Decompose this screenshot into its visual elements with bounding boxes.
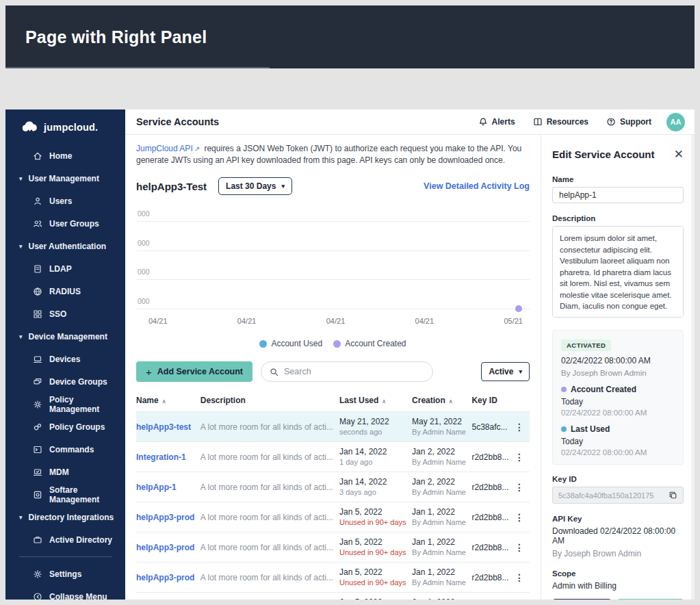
- topnav-alerts[interactable]: Alerts: [478, 117, 515, 127]
- timeline-relative: Today: [561, 397, 675, 407]
- sidebar-item-users[interactable]: Users: [5, 190, 125, 212]
- service-account-link[interactable]: Integration-1: [136, 452, 186, 462]
- service-account-link[interactable]: helpApp3-prod: [136, 513, 194, 522]
- sidebar-item-user-management[interactable]: ▾User Management: [5, 167, 125, 190]
- search-input[interactable]: [284, 367, 424, 376]
- sidebar-item-ldap[interactable]: LDAP: [5, 257, 125, 280]
- cell-key-id: r2d2bb8...: [471, 442, 514, 472]
- cell-key-id: 5c38afc...: [471, 412, 514, 442]
- chevron-down-icon: ▾: [519, 368, 522, 375]
- sidebar-item-directory-integrations[interactable]: ▾Directory Integrations: [5, 506, 125, 528]
- table-row[interactable]: helpApp3-prodA lot more room for all kin…: [136, 502, 530, 532]
- column-header-creation[interactable]: Creation∧: [412, 391, 471, 412]
- sidebar-item-user-groups[interactable]: User Groups: [5, 212, 125, 235]
- add-service-account-button[interactable]: +Add Service Account: [136, 361, 252, 382]
- sidebar-item-policy-groups[interactable]: Policy Groups: [5, 415, 125, 438]
- status-filter-dropdown[interactable]: Active▾: [481, 362, 530, 381]
- sort-caret-icon: ∧: [162, 398, 166, 404]
- timeline-date: 02/24/2022 08:00:00 AM: [561, 448, 675, 456]
- column-header-last-used[interactable]: Last Used∧: [339, 391, 412, 412]
- kebab-menu-icon[interactable]: ⋮: [515, 512, 524, 523]
- table-row[interactable]: helpApp3-testA lot more room for all kin…: [136, 412, 530, 442]
- timeline-dot: [561, 387, 567, 392]
- save-changes-button[interactable]: Save Changes: [617, 599, 684, 600]
- table-header-row: Name∧DescriptionLast Used∧Creation∧Key I…: [136, 391, 530, 412]
- legend-label: Account Used: [271, 339, 322, 348]
- sidebar-item-label: Active Directory: [49, 535, 112, 545]
- sidebar-item-device-groups[interactable]: Device Groups: [5, 370, 125, 393]
- scrollbar-track[interactable]: [691, 135, 695, 600]
- topnav-support[interactable]: Support: [606, 117, 651, 127]
- sidebar-item-radius[interactable]: RADIUS: [5, 280, 125, 302]
- key-id-field: [558, 491, 669, 500]
- cell-last-used: Jan 14, 20223 days ago: [339, 472, 412, 502]
- sidebar-item-policy-management[interactable]: Policy Management: [5, 393, 125, 415]
- sidebar-item-label: Settings: [49, 569, 81, 579]
- service-account-link[interactable]: helpApp3-test: [136, 422, 191, 432]
- view-activity-log-link[interactable]: View Detailed Activity Log: [424, 181, 530, 191]
- timeline-dot: [561, 426, 567, 432]
- table-row[interactable]: helpApp3-prodA lot more room for all kin…: [136, 593, 530, 600]
- date-range-dropdown[interactable]: Last 30 Days▾: [218, 177, 292, 195]
- cell-description: A lot more room for all kinds of acti...: [200, 502, 339, 532]
- description-field[interactable]: Lorem ipsum dolor sit amet, consectetur …: [552, 226, 684, 318]
- copy-icon[interactable]: [669, 491, 677, 500]
- cell-menu: ⋮: [515, 593, 530, 600]
- legend-dot: [259, 340, 267, 348]
- chart-x-axis: 04/2104/2104/2104/2105/21: [136, 316, 530, 325]
- table-row[interactable]: Integration-1A lot more room for all kin…: [136, 442, 530, 472]
- cell-key-id: r2d2bb8...: [471, 593, 514, 600]
- sidebar-item-mdm[interactable]: MDM: [5, 461, 125, 483]
- sidebar-item-label: Commands: [49, 445, 94, 454]
- jumpcloud-api-link[interactable]: JumpCloud API↗: [136, 144, 202, 153]
- sidebar-item-commands[interactable]: Commands: [5, 438, 125, 461]
- sidebar-item-user-authentication[interactable]: ▾User Authentication: [5, 235, 125, 257]
- user-icon: [33, 196, 42, 206]
- sidebar-item-home[interactable]: Home: [5, 144, 125, 167]
- service-account-link[interactable]: helpApp3-prod: [136, 543, 194, 552]
- avatar[interactable]: AA: [666, 113, 685, 131]
- table-row[interactable]: helpApp-1A lot more room for all kinds o…: [136, 472, 530, 502]
- cell-menu: ⋮: [515, 412, 530, 442]
- close-icon[interactable]: ✕: [674, 149, 684, 160]
- topnav-resources[interactable]: Resources: [533, 117, 588, 127]
- last-used-sub: 1 day ago: [339, 458, 406, 467]
- search-box[interactable]: [261, 361, 433, 382]
- x-tick-label: 04/21: [415, 317, 435, 325]
- page-title: Page with Right Panel: [25, 27, 207, 47]
- chevron-down-icon: ▾: [19, 333, 23, 340]
- sidebar-item-active-directory[interactable]: Active Directory: [5, 528, 125, 551]
- sidebar-item-softare-management[interactable]: Softare Management: [5, 483, 125, 506]
- kebab-menu-icon[interactable]: ⋮: [515, 572, 524, 583]
- sidebar-item-devices[interactable]: Devices: [5, 348, 125, 370]
- column-header-name[interactable]: Name∧: [136, 391, 200, 412]
- table-row[interactable]: helpApp3-prodA lot more room for all kin…: [136, 563, 530, 593]
- sidebar-item-label: Collapse Menu: [49, 592, 107, 600]
- service-account-link[interactable]: helpApp3-prod: [136, 573, 194, 582]
- kebab-menu-icon[interactable]: ⋮: [515, 452, 524, 463]
- sidebar-item-sso[interactable]: SSO: [5, 302, 125, 325]
- last-used-date: Jan 5, 2022: [339, 567, 406, 577]
- kebab-menu-icon[interactable]: ⋮: [515, 422, 524, 433]
- sidebar-item-label: Softare Management: [49, 485, 125, 504]
- jumpcloud-logo[interactable]: jumpcloud.: [5, 118, 125, 140]
- legend-account-created: Account Created: [333, 339, 406, 348]
- kebab-menu-icon[interactable]: ⋮: [515, 482, 524, 493]
- service-account-link[interactable]: helpApp-1: [136, 482, 177, 492]
- scope-label: Scope: [552, 569, 684, 578]
- chevron-down-icon: ▾: [19, 175, 23, 182]
- legend-label: Account Created: [345, 339, 406, 348]
- sidebar-divider: [19, 556, 112, 557]
- search-icon: [270, 368, 278, 376]
- sidebar-item-settings[interactable]: Settings: [5, 563, 125, 585]
- sidebar-item-collapse-menu[interactable]: Collapse Menu: [5, 585, 125, 600]
- cell-name: helpApp3-prod: [136, 502, 200, 532]
- creation-sub: By Admin Name: [412, 548, 466, 557]
- column-header-label: Name: [136, 396, 159, 405]
- table-row[interactable]: helpApp3-prodA lot more room for all kin…: [136, 532, 530, 563]
- cell-creation: May 21, 2022By Admin Name: [412, 412, 471, 442]
- sidebar-item-device-management[interactable]: ▾Device Management: [5, 325, 125, 348]
- kebab-menu-icon[interactable]: ⋮: [515, 542, 524, 553]
- name-field[interactable]: [552, 187, 684, 203]
- cancel-button[interactable]: Cancel: [552, 599, 612, 600]
